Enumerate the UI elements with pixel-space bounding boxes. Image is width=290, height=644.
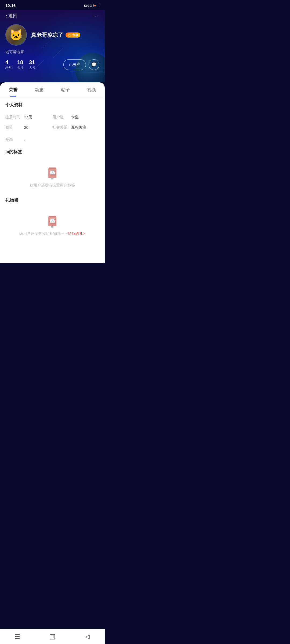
register-label: 注册时间 (5, 115, 24, 120)
main-card: 荣誉 动态 帖子 视频 个人资料 注册时间 27天 用户组 卡皇 积分 (0, 82, 105, 263)
tab-videos-label: 视频 (87, 87, 96, 92)
following-label: 关注 (17, 65, 24, 70)
tab-honor-label: 荣誉 (9, 87, 17, 92)
back-chevron-icon: ‹ (5, 13, 7, 19)
social-value: 互相关注 (71, 125, 86, 130)
points-value: 20 (24, 125, 28, 130)
tab-posts[interactable]: 帖子 (52, 82, 79, 97)
stat-fans[interactable]: 4 粉丝 (5, 59, 12, 70)
gift-connector: ~ (64, 232, 68, 236)
tags-section: ta的标签 📮 该用户还没有设置用户标签 (0, 145, 105, 193)
follow-button[interactable]: 已关注 (63, 59, 86, 70)
tab-honor[interactable]: 荣誉 (0, 82, 26, 97)
tags-title: ta的标签 (5, 149, 99, 155)
username: 真老哥凉凉了 (31, 31, 63, 39)
stat-following[interactable]: 18 关注 (17, 59, 24, 70)
register-value: 27天 (24, 115, 32, 120)
status-right: Sed 3 (84, 4, 99, 7)
fans-count: 4 (5, 59, 8, 65)
bio-text: 老哥帮老哥 (5, 50, 99, 55)
height-label: 身高 (5, 137, 24, 142)
following-count: 18 (17, 59, 23, 65)
header-background: ‹ 返回 ··· 真老哥凉凉了 👑 卡皇 老哥帮老哥 (0, 10, 105, 82)
personal-info-title: 个人资料 (5, 102, 99, 108)
profile-info-section: 个人资料 注册时间 27天 用户组 卡皇 积分 20 社交关系 互相关注 身 (0, 97, 105, 145)
signal-label: Sed 3 (84, 4, 92, 7)
tags-empty-icon: 📮 (46, 167, 59, 180)
vip-label: 卡皇 (72, 33, 78, 37)
top-nav: ‹ 返回 ··· (0, 10, 105, 21)
message-icon: 💬 (91, 62, 97, 67)
more-button[interactable]: ··· (93, 13, 99, 19)
gifts-empty-state: 📮 该用户还没有收到礼物哦～ ~ 给Ta送礼> (5, 207, 99, 241)
vip-badge: 👑 卡皇 (66, 32, 80, 38)
avatar (5, 24, 27, 46)
status-bar: 10:16 Sed 3 (0, 0, 105, 10)
message-button[interactable]: 💬 (89, 59, 99, 70)
bottom-spacer (0, 241, 105, 263)
info-row-height: 身高 - (5, 135, 99, 145)
gifts-empty-text: 该用户还没有收到礼物哦～ (19, 231, 64, 236)
info-row-register: 注册时间 27天 (5, 112, 52, 122)
battery-indicator (93, 4, 99, 7)
tab-videos[interactable]: 视频 (79, 82, 105, 97)
group-label: 用户组 (52, 115, 71, 120)
user-info: 真老哥凉凉了 👑 卡皇 (31, 31, 80, 39)
status-time: 10:16 (5, 3, 16, 8)
gift-section: 礼物墙 📮 该用户还没有收到礼物哦～ ~ 给Ta送礼> (0, 193, 105, 241)
group-value: 卡皇 (71, 115, 79, 120)
info-row-points: 积分 20 (5, 122, 52, 133)
tags-empty-text: 该用户还没有设置用户标签 (30, 183, 75, 188)
info-row-group: 用户组 卡皇 (52, 112, 99, 122)
info-row-social: 社交关系 互相关注 (52, 122, 99, 133)
tab-posts-label: 帖子 (61, 87, 70, 92)
action-buttons: 已关注 💬 (63, 59, 99, 70)
gifts-empty-icon: 📮 (46, 215, 59, 228)
stat-popularity[interactable]: 31 人气 (29, 59, 35, 70)
stats-row: 4 粉丝 18 关注 31 人气 已关注 💬 (5, 59, 99, 70)
tabs: 荣誉 动态 帖子 视频 (0, 82, 105, 97)
username-row: 真老哥凉凉了 👑 卡皇 (31, 31, 80, 39)
avatar-image (6, 25, 26, 45)
popularity-count: 31 (29, 59, 35, 65)
info-grid: 注册时间 27天 用户组 卡皇 积分 20 社交关系 互相关注 (5, 112, 99, 133)
height-value: - (24, 138, 26, 142)
popularity-label: 人气 (29, 65, 35, 70)
gift-link[interactable]: 给Ta送礼> (68, 231, 85, 236)
gifts-title: 礼物墙 (5, 197, 99, 203)
crown-icon: 👑 (68, 33, 72, 37)
back-label: 返回 (8, 13, 17, 19)
social-label: 社交关系 (52, 125, 71, 130)
profile-section: 真老哥凉凉了 👑 卡皇 老哥帮老哥 4 粉丝 18 关注 31 人气 (0, 21, 105, 70)
tab-activity[interactable]: 动态 (26, 82, 53, 97)
points-label: 积分 (5, 125, 24, 130)
back-button[interactable]: ‹ 返回 (5, 13, 17, 19)
profile-top: 真老哥凉凉了 👑 卡皇 (5, 24, 99, 46)
fans-label: 粉丝 (5, 65, 12, 70)
tags-empty-state: 📮 该用户还没有设置用户标签 (5, 159, 99, 193)
tab-activity-label: 动态 (35, 87, 44, 92)
